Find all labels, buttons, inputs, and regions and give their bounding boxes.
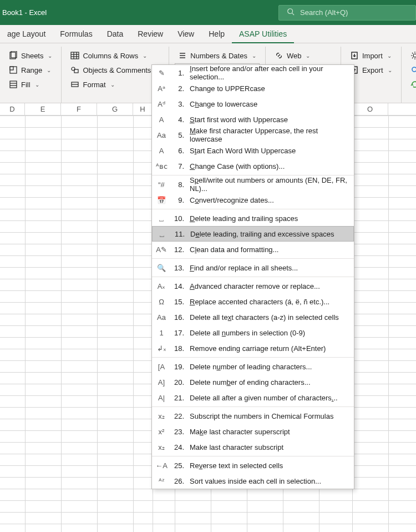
menu-item[interactable]: ↲ₓ18.Remove ending carriage return (Alt+… [152,340,354,356]
menu-item[interactable]: “#8.Spell/write out numbers or amounts (… [152,177,354,192]
menu-item[interactable]: Aᵈ3.Change to lowercase [152,96,354,112]
menu-item[interactable]: Ω15.Replace accented characters (á, ë, ñ… [152,294,354,309]
menu-item-icon: “# [156,180,166,189]
columns-rows-button[interactable]: Columns & Rows⌄ [67,49,163,62]
fill-button[interactable]: Fill⌄ [6,78,55,91]
menu-item-label: Delete number of leading characters... [190,363,347,371]
menu-item[interactable]: x²23.Make last character superscript [152,424,354,439]
menu-item-number: 10. [172,214,184,223]
svg-point-25 [413,54,416,57]
tab-review[interactable]: Review [130,25,170,43]
menu-item[interactable]: ᴬʙᴄ7.Change Case (with options)... [152,158,354,174]
menu-item-label: Delete all after a given number of chara… [190,394,347,402]
tab-data[interactable]: Data [100,25,131,43]
menu-item[interactable]: A|21.Delete all after a given number of … [152,390,354,405]
menu-item-icon: Ω [156,298,166,306]
menu-item-icon: 📅 [156,196,166,204]
menu-item-number: 25. [172,461,184,470]
menu-item[interactable]: x₂24.Make last character subscript [152,439,354,455]
objects-comments-label: Objects & Comments [83,66,151,74]
menu-item-number: 21. [172,394,184,402]
menu-item-label: Make first character Uppercase, the rest… [190,127,347,143]
import-button[interactable]: Import⌄ [347,49,395,62]
numbers-dates-button[interactable]: Numbers & Dates⌄ [175,49,260,62]
menu-item-icon: 1 [156,329,166,337]
menu-item[interactable]: ←A25.Reverse text in selected cells [152,458,354,473]
format-icon [70,80,79,89]
column-header[interactable]: F [61,103,97,115]
menu-item-label: Advanced character remove or replace... [190,282,347,290]
menu-item[interactable]: ⎵10.Delete leading and trailing spaces [152,210,354,226]
menu-item[interactable]: Aa16.Delete all text characters (a-z) in… [152,309,354,325]
column-header[interactable]: E [25,103,61,115]
menu-item-icon: ᴬʙᴄ [156,162,166,170]
sheets-button[interactable]: Sheets⌄ [6,49,55,62]
table-icon [70,51,79,60]
search-box[interactable]: Search (Alt+Q) [278,5,416,21]
menu-item[interactable]: ⎵11.Delete leading, trailing and excessi… [152,226,354,242]
menu-item[interactable]: A4.Start first word with Uppercase [152,112,354,127]
menu-item[interactable]: ᴬᶻ26.Sort values inside each cell in sel… [152,473,354,489]
menu-item-number: 20. [172,378,184,387]
menu-item-icon: Aa [156,313,166,322]
columns-rows-label: Columns & Rows [83,52,138,60]
web-button[interactable]: Web⌄ [271,49,335,62]
column-header[interactable]: D [0,103,25,115]
menu-item-label: Delete number of ending characters... [190,378,347,387]
sheets-label: Sheets [21,52,43,60]
menu-item[interactable]: Aᵃ2.Change to UPPERcase [152,81,354,96]
format-button[interactable]: Format⌄ [67,78,163,91]
asap-options-button[interactable]: ASAP Utilities O [407,49,416,62]
menu-separator [152,456,354,456]
range-button[interactable]: Range⌄ [6,63,55,77]
menu-item-label: Find and/or replace in all sheets... [190,264,347,272]
menu-item-icon: A] [156,378,166,387]
menu-item-label: Subscript the numbers in Chemical Formul… [190,412,347,420]
menu-item-icon: A✎ [156,245,166,254]
chevron-down-icon: ⌄ [252,53,256,59]
menu-item[interactable]: 117.Delete all numbers in selection (0-9… [152,325,354,340]
column-header[interactable]: H [133,103,153,115]
menu-item-icon: [A [156,363,166,371]
find-run-button[interactable]: Find and run a [407,63,416,77]
menu-separator [152,175,354,175]
tab-page-layout[interactable]: age Layout [0,25,53,43]
menu-item-label: Sort values inside each cell in selectio… [190,477,347,485]
menu-item-label: Spell/write out numbers or amounts (EN, … [190,176,347,193]
menu-item[interactable]: [A19.Delete number of leading characters… [152,359,354,374]
menu-item[interactable]: 📅9.Convert/recognize dates... [152,192,354,208]
tab-help[interactable]: Help [201,25,232,43]
menu-item-number: 1. [172,69,184,77]
menu-item-icon: Aa [156,131,166,139]
menu-item[interactable]: A✎12.Clean data and formatting... [152,242,354,257]
column-header[interactable]: G [97,103,133,115]
menu-item-number: 14. [172,282,184,290]
menu-item[interactable]: ✎1.Insert before and/or after each cell … [152,65,354,81]
menu-item-number: 22. [172,412,184,420]
menu-item-number: 3. [172,100,184,108]
range-icon [9,66,18,74]
menu-item-number: 15. [172,298,184,306]
refresh-icon [410,80,416,89]
menu-item[interactable]: 🔍13.Find and/or replace in all sheets... [152,260,354,275]
menu-item[interactable]: Aₓ14.Advanced character remove or replac… [152,278,354,294]
menu-item-number: 23. [172,428,184,436]
menu-item-label: Make last character superscript [190,428,347,436]
search-placeholder: Search (Alt+Q) [300,8,348,17]
tab-asap-utilities[interactable]: ASAP Utilities [232,25,294,43]
start-last-tool-button[interactable]: Start last tool a [407,78,416,91]
sheets-icon [9,51,18,60]
title-bar: Book1 - Excel Search (Alt+Q) [0,0,416,25]
objects-comments-button[interactable]: Objects & Comments⌄ [67,63,163,77]
menu-item[interactable]: A6.Start Each Word With Uppercase [152,143,354,158]
menu-item[interactable]: Aa5.Make first character Uppercase, the … [152,127,354,143]
menu-item-icon: x₂ [156,412,166,420]
menu-item-icon: ←A [156,461,166,470]
menu-item[interactable]: A]20.Delete number of ending characters.… [152,374,354,390]
tab-formulas[interactable]: Formulas [53,25,99,43]
column-header[interactable]: O [352,103,388,115]
fill-label: Fill [21,81,31,89]
menu-item-label: Change Case (with options)... [190,162,347,170]
menu-item[interactable]: x₂22.Subscript the numbers in Chemical F… [152,408,354,424]
tab-view[interactable]: View [170,25,201,43]
